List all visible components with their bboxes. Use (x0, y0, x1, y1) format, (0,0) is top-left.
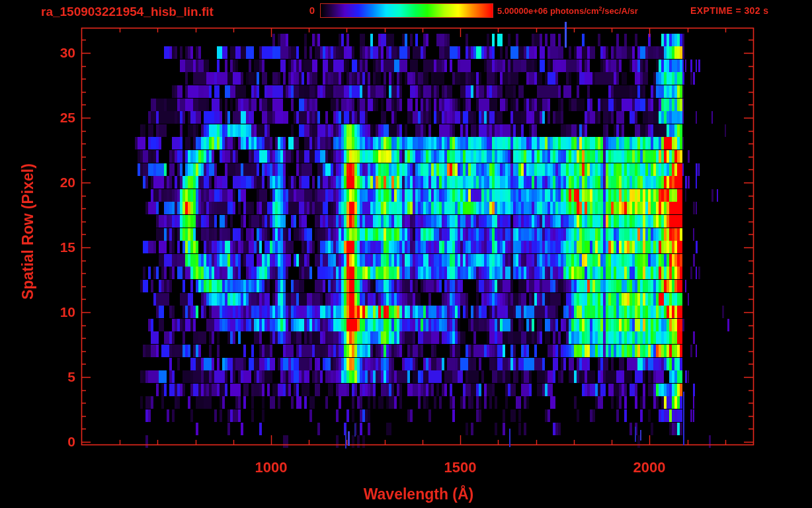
colorbar-min-label: 0 (291, 5, 315, 16)
y-tick-label-0: 0 (26, 435, 75, 449)
y-tick-label-5: 5 (26, 370, 75, 384)
x-tick-label-1500: 1500 (444, 459, 477, 476)
spectrogram-canvas (0, 0, 812, 508)
colorbar-max-prefix: 5.00000e+06 photons/cm (497, 6, 599, 16)
spectral-image-viewer: ra_150903221954_hisb_lin.fit 0 5.00000e+… (0, 0, 812, 508)
x-axis-title: Wavelength (Å) (364, 486, 474, 503)
y-tick-label-10: 10 (26, 305, 75, 319)
y-axis-title: Spatial Row (Pixel) (19, 163, 37, 300)
colorbar-max-suffix: /sec/A/sr (602, 6, 638, 16)
colorbar-max-label: 5.00000e+06 photons/cm2/sec/A/sr (497, 5, 638, 16)
exptime-label: EXPTIME = 302 s (690, 5, 768, 16)
y-tick-label-25: 25 (26, 110, 75, 125)
y-tick-label-30: 30 (26, 46, 75, 60)
colorbar (320, 3, 493, 18)
x-tick-label-1000: 1000 (255, 459, 288, 476)
x-tick-label-2000: 2000 (633, 459, 666, 476)
file-title: ra_150903221954_hisb_lin.fit (41, 5, 214, 19)
